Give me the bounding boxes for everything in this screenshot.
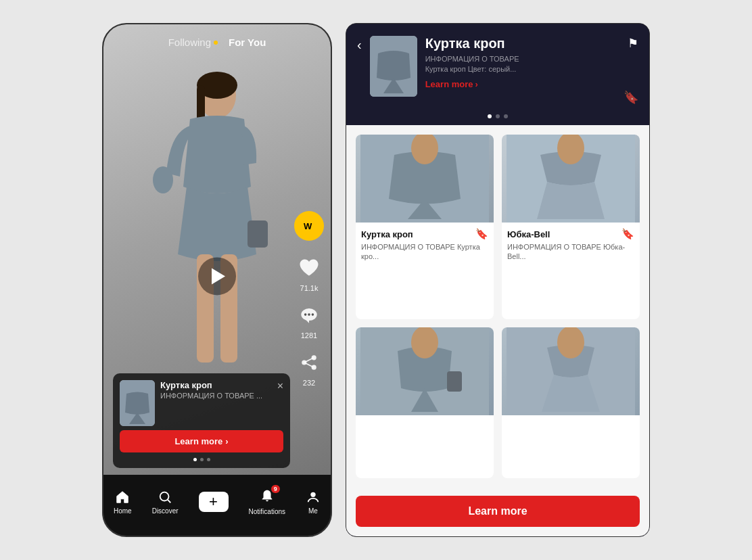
grid-desc-1: ИНФОРМАЦИЯ О ТОВАРЕ Куртка кро...: [361, 242, 488, 262]
panel-header: ‹ Куртка кроп ИНФОРМАЦИЯ О ТОВАРЕ Куртка…: [346, 24, 649, 114]
notifications-badge: 9: [271, 485, 280, 493]
like-count: 71.1k: [300, 284, 319, 292]
learn-more-label: Learn more: [174, 436, 222, 446]
share-count: 232: [303, 379, 315, 387]
panel-product-info: Куртка кроп ИНФОРМАЦИЯ О ТОВАРЕ Куртка к…: [425, 36, 615, 89]
svg-point-31: [557, 327, 584, 358]
svg-line-17: [304, 363, 314, 367]
header-pagination: [346, 114, 649, 125]
svg-point-10: [304, 313, 307, 316]
me-icon: [306, 490, 321, 505]
svg-point-5: [153, 166, 173, 193]
notifications-label: Notifications: [249, 508, 285, 515]
svg-line-16: [304, 358, 314, 363]
grid-title-1: Куртка кроп: [361, 229, 413, 239]
card-pagination: [120, 458, 283, 461]
product-desc: Куртка кроп Цвет: серый...: [425, 65, 517, 73]
product-title: Куртка кроп: [160, 380, 272, 390]
home-icon: [115, 490, 130, 505]
right-panel: ‹ Куртка кроп ИНФОРМАЦИЯ О ТОВАРЕ Куртка…: [346, 23, 650, 537]
share-button[interactable]: 232: [296, 349, 323, 387]
nav-me[interactable]: Me: [306, 490, 321, 515]
nav-add[interactable]: +: [199, 492, 229, 512]
svg-point-19: [160, 492, 169, 500]
like-button[interactable]: 71.1k: [296, 254, 323, 292]
close-button[interactable]: ×: [277, 380, 283, 392]
grid-desc-2: ИНФОРМАЦИЯ О ТОВАРЕ Юбка-Bell...: [507, 242, 634, 262]
learn-more-text: Learn more: [425, 79, 473, 89]
live-dot: [214, 41, 218, 45]
dot-2: [200, 458, 204, 461]
following-tab[interactable]: Following: [168, 37, 218, 48]
discover-label: Discover: [152, 507, 179, 515]
panel-bottom: Learn more: [346, 488, 649, 536]
header-dot-2: [496, 114, 500, 118]
panel-learn-more-button[interactable]: Learn more: [356, 496, 640, 527]
person-figure: [143, 65, 291, 423]
discover-icon: [158, 490, 172, 505]
left-phone: Following For You W 71.1k: [102, 23, 332, 537]
panel-product-thumbnail: [370, 36, 417, 97]
header-dot-3: [504, 114, 508, 118]
product-thumbnail: [120, 380, 155, 426]
back-button[interactable]: ‹: [357, 36, 362, 53]
flag-button[interactable]: ⚑: [628, 36, 638, 51]
grid-img-3: [356, 327, 494, 415]
add-button[interactable]: +: [199, 492, 229, 512]
grid-item-4[interactable]: [502, 327, 640, 478]
grid-img-4: [502, 327, 640, 415]
avatar[interactable]: W: [294, 211, 324, 241]
grid-img-2: [502, 135, 640, 223]
svg-rect-29: [447, 371, 462, 392]
for-you-tab[interactable]: For You: [229, 37, 266, 48]
me-label: Me: [308, 507, 318, 515]
nav-discover[interactable]: Discover: [152, 490, 179, 515]
grid-item-2[interactable]: Юбка-Bell 🔖 ИНФОРМАЦИЯ О ТОВАРЕ Юбка-Bel…: [502, 135, 640, 319]
nav-notifications[interactable]: 9 Notifications: [249, 489, 285, 515]
grid-body-2: Юбка-Bell 🔖 ИНФОРМАЦИЯ О ТОВАРЕ Юбка-Bel…: [502, 223, 640, 267]
svg-point-11: [308, 313, 310, 316]
action-bar: W 71.1k: [294, 211, 324, 387]
learn-more-arrow: ›: [475, 79, 477, 89]
grid-img-1: [356, 135, 494, 223]
grid-title-2: Юбка-Bell: [507, 229, 550, 239]
svg-point-28: [411, 327, 438, 358]
panel-learn-more-link[interactable]: Learn more ›: [425, 79, 615, 89]
comment-count: 1281: [301, 331, 317, 340]
grid-body-1: Куртка кроп 🔖 ИНФОРМАЦИЯ О ТОВАРЕ Куртка…: [356, 223, 494, 267]
learn-more-button[interactable]: Learn more ›: [120, 430, 283, 452]
dot-3: [207, 458, 210, 461]
product-card: Куртка кроп ИНФОРМАЦИЯ О ТОВАРЕ ... × Le…: [113, 373, 290, 468]
grid-item-1[interactable]: Куртка кроп 🔖 ИНФОРМАЦИЯ О ТОВАРЕ Куртка…: [356, 135, 494, 319]
dot-1: [193, 458, 197, 461]
product-info: Куртка кроп ИНФОРМАЦИЯ О ТОВАРЕ ...: [160, 380, 272, 400]
grid-body-3: [356, 415, 494, 426]
top-navigation: Following For You: [103, 37, 331, 48]
info-label: ИНФОРМАЦИЯ О ТОВАРЕ: [425, 55, 519, 63]
product-subtitle: ИНФОРМАЦИЯ О ТОВАРЕ ...: [160, 392, 272, 400]
bottom-navigation: Home Discover + 9: [103, 475, 331, 536]
svg-line-20: [168, 499, 171, 503]
following-label: Following: [168, 37, 211, 48]
nav-home[interactable]: Home: [114, 490, 132, 515]
panel-product-subtitle: ИНФОРМАЦИЯ О ТОВАРЕ Куртка кроп Цвет: се…: [425, 54, 615, 75]
products-grid: Куртка кроп 🔖 ИНФОРМАЦИЯ О ТОВАРЕ Куртка…: [346, 125, 649, 488]
home-label: Home: [114, 507, 132, 515]
svg-point-14: [302, 360, 306, 365]
comment-button[interactable]: 1281: [296, 302, 323, 340]
svg-point-21: [310, 492, 315, 496]
bookmark-button[interactable]: 🔖: [624, 90, 638, 105]
learn-more-arrow: ›: [225, 436, 228, 446]
grid-body-4: [502, 415, 640, 426]
svg-point-12: [312, 313, 314, 316]
svg-text:W: W: [304, 221, 312, 231]
grid-bookmark-2[interactable]: 🔖: [621, 228, 634, 240]
grid-bookmark-1[interactable]: 🔖: [475, 228, 488, 240]
play-button[interactable]: [198, 257, 236, 295]
grid-item-3[interactable]: [356, 327, 494, 478]
panel-product-title: Куртка кроп: [425, 36, 615, 51]
header-dot-1: [488, 114, 492, 118]
svg-rect-6: [248, 220, 268, 248]
